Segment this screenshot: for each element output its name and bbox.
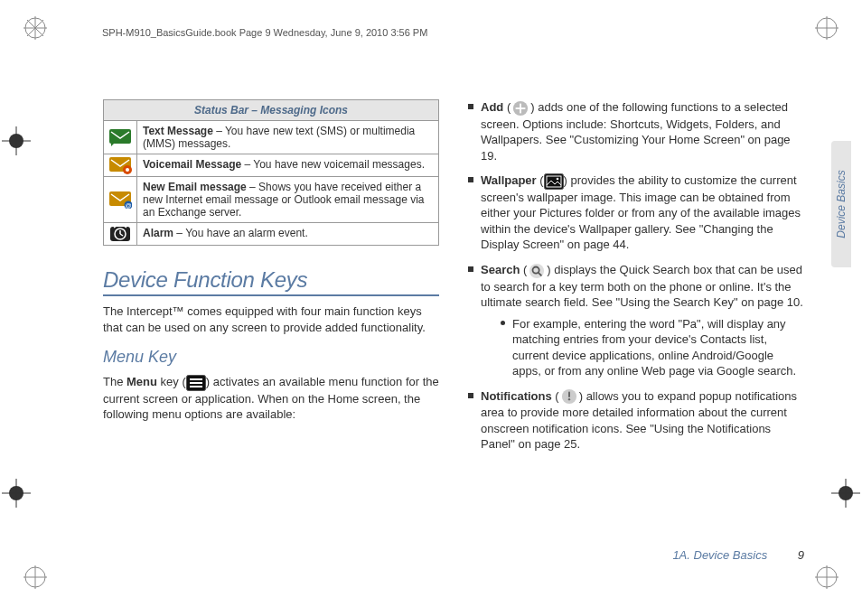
footer-page-number: 9 xyxy=(798,548,804,562)
row-label: Alarm xyxy=(143,227,173,239)
table-row: @ New Email message – Shows you have rec… xyxy=(104,177,439,223)
subbullet-icon xyxy=(501,321,505,325)
svg-rect-37 xyxy=(190,378,202,380)
svg-point-26 xyxy=(126,168,129,172)
table-title: Status Bar – Messaging Icons xyxy=(104,100,439,121)
alarm-icon xyxy=(104,223,137,246)
add-bullet: Add () adds one of the following functio… xyxy=(468,99,804,163)
notifications-icon xyxy=(559,389,579,403)
svg-rect-42 xyxy=(516,107,526,109)
bullet-icon xyxy=(468,177,473,182)
intro-paragraph: The Intercept™ comes equipped with four … xyxy=(103,303,439,335)
table-row: Alarm – You have an alarm event. xyxy=(104,223,439,246)
svg-point-46 xyxy=(529,263,544,277)
table-row: Text Message – You have new text (SMS) o… xyxy=(104,121,439,154)
crop-target-icon xyxy=(831,479,860,508)
search-bullet: Search () displays the Quick Search box … xyxy=(468,262,804,379)
print-header: SPH-M910_BasicsGuide.book Page 9 Wednesd… xyxy=(102,27,427,38)
registration-icon xyxy=(23,16,47,40)
svg-rect-39 xyxy=(190,386,202,387)
svg-rect-23 xyxy=(109,129,131,144)
sub-heading: Menu Key xyxy=(103,348,439,367)
section-heading: Device Function Keys xyxy=(103,267,439,296)
email-icon: @ xyxy=(104,177,137,223)
notifications-bullet: Notifications () allows you to expand po… xyxy=(468,388,804,453)
page-footer: 1A. Device Basics 9 xyxy=(672,548,804,562)
menu-key-paragraph: The Menu key () activates an available m… xyxy=(103,374,439,423)
bullet-icon xyxy=(468,393,473,398)
search-icon xyxy=(527,263,547,276)
row-label: New Email message xyxy=(143,181,247,193)
wallpaper-icon xyxy=(544,173,564,187)
add-icon xyxy=(511,100,530,114)
section-tab-label: Device Basics xyxy=(835,170,848,238)
row-desc: – You have new voicemail messages. xyxy=(241,158,425,171)
status-bar-table: Status Bar – Messaging Icons Text Messag… xyxy=(103,99,439,246)
registration-icon xyxy=(815,565,839,589)
row-desc: – You have an alarm event. xyxy=(173,227,308,239)
svg-point-50 xyxy=(568,398,570,400)
crop-target-icon xyxy=(2,126,31,155)
bullet-icon xyxy=(468,104,473,109)
text-message-icon xyxy=(104,121,137,154)
voicemail-icon xyxy=(104,154,137,177)
footer-chapter: 1A. Device Basics xyxy=(672,548,767,562)
svg-rect-51 xyxy=(568,392,570,397)
section-tab: Device Basics xyxy=(831,141,851,267)
registration-icon xyxy=(815,16,839,40)
row-label: Text Message xyxy=(143,125,213,137)
svg-text:@: @ xyxy=(125,202,131,209)
registration-icon xyxy=(23,565,47,589)
search-sub-bullet: For example, entering the word "Pa", wil… xyxy=(501,316,804,379)
svg-point-45 xyxy=(556,177,558,180)
row-label: Voicemail Message xyxy=(143,158,241,171)
menu-key-icon xyxy=(186,375,206,388)
crop-target-icon xyxy=(2,479,31,508)
bullet-icon xyxy=(468,266,473,272)
wallpaper-bullet: Wallpaper () provides the ability to cus… xyxy=(468,173,804,253)
svg-rect-38 xyxy=(190,382,202,384)
table-row: Voicemail Message – You have new voicema… xyxy=(104,154,439,177)
